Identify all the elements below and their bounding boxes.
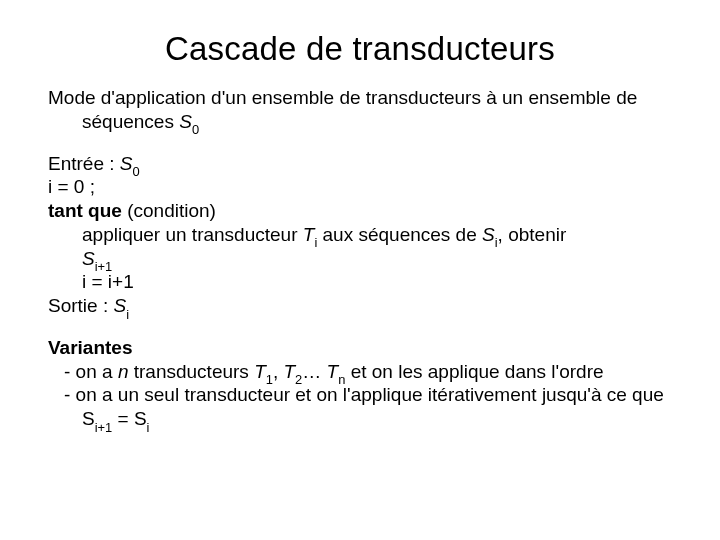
variantes-heading: Variantes (48, 336, 672, 360)
apply-text-1: appliquer un transducteur (82, 224, 297, 245)
variant-2: - on a un seul transducteur et on l'appl… (48, 383, 672, 431)
S-symbol: S (179, 111, 192, 132)
S-symbol: S (82, 248, 95, 269)
variant-1: - on a n transducteurs T1, T2… Tn et on … (48, 360, 672, 384)
tantque-keyword: tant que (48, 200, 122, 221)
var2-text-a: - on a un seul transducteur et on l'appl… (64, 384, 537, 405)
sub-i-plus-1: i+1 (95, 259, 113, 274)
sub-n: n (338, 372, 345, 387)
sub-zero: 0 (133, 164, 140, 179)
slide-title: Cascade de transducteurs (48, 30, 672, 68)
S-symbol: S (113, 295, 126, 316)
slide: Cascade de transducteurs Mode d'applicat… (0, 0, 720, 540)
tantque-line: tant que (condition) (48, 199, 672, 223)
var1-text-b: transducteurs (128, 361, 254, 382)
result-line: Si+1 (48, 247, 672, 271)
entree-label: Entrée : (48, 153, 120, 174)
var1-text-a: - on a (64, 361, 118, 382)
variantes-block: Variantes - on a n transducteurs T1, T2…… (48, 336, 672, 431)
intro-text-1: Mode d'application d'un ensemble de tran… (48, 87, 523, 108)
apply-line: appliquer un transducteur Ti aux séquenc… (48, 223, 672, 247)
sub-two: 2 (295, 372, 302, 387)
T-symbol: T (283, 361, 295, 382)
sortie-label: Sortie : (48, 295, 113, 316)
sub-i: i (495, 235, 498, 250)
var1-text-d: l'ordre (551, 361, 603, 382)
algorithm-block: Entrée : S0 i = 0 ; tant que (condition)… (48, 152, 672, 318)
sub-i: i (314, 235, 317, 250)
sub-one: 1 (266, 372, 273, 387)
T-symbol: T (254, 361, 266, 382)
T-symbol: T (303, 224, 315, 245)
S-symbol: S (120, 153, 133, 174)
var1-text-c: et on les applique dans (345, 361, 546, 382)
ellipsis: … (302, 361, 326, 382)
eq-text: = S (112, 408, 146, 429)
T-symbol: T (327, 361, 339, 382)
S-symbol: S (482, 224, 495, 245)
i-init-line: i = 0 ; (48, 175, 672, 199)
intro-paragraph: Mode d'application d'un ensemble de tran… (48, 86, 672, 134)
i-incr-line: i = i+1 (48, 270, 672, 294)
apply-text-2: aux séquences de (317, 224, 482, 245)
condition-text: (condition) (122, 200, 216, 221)
intro-line: Mode d'application d'un ensemble de tran… (48, 86, 672, 134)
entree-line: Entrée : S0 (48, 152, 672, 176)
sub-i: i (147, 420, 150, 435)
sub-i: i (126, 307, 129, 322)
sortie-line: Sortie : Si (48, 294, 672, 318)
sub-zero: 0 (192, 122, 199, 137)
apply-text-3: , obtenir (498, 224, 567, 245)
sub-i-plus-1: i+1 (95, 420, 113, 435)
variantes-label: Variantes (48, 337, 133, 358)
n-symbol: n (118, 361, 129, 382)
